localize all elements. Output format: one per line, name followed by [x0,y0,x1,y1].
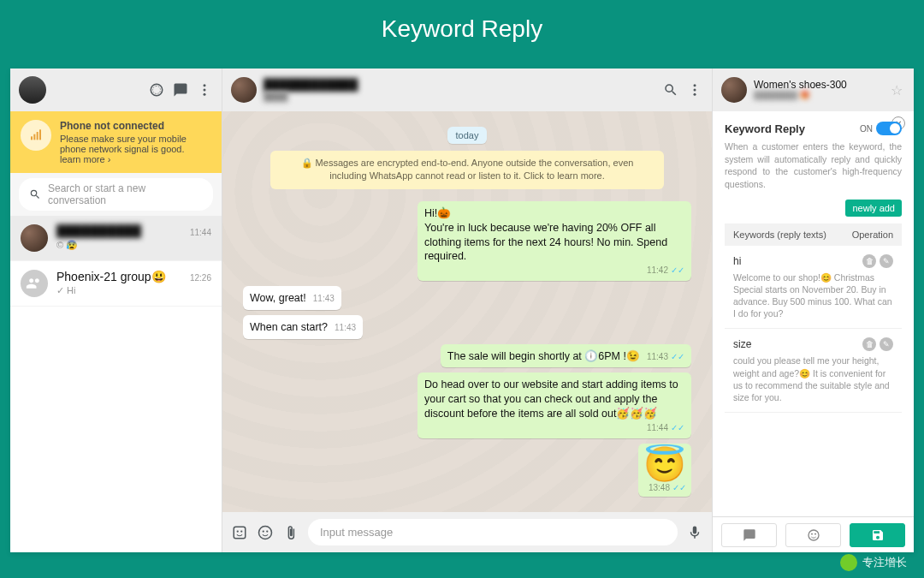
toggle-label: ON [860,124,873,134]
panel-desc: When a customer enters the keyword, the … [725,140,902,191]
svg-point-11 [237,530,239,532]
new-chat-icon[interactable] [172,81,189,98]
keyword-reply-text: Welcome to our shop!😊 Christmas Special … [733,271,893,320]
chat-item[interactable]: ██████████11:44 © 😰 [10,216,222,261]
chat-menu-icon[interactable] [686,81,703,98]
svg-rect-6 [39,129,41,140]
attach-icon[interactable] [282,524,299,541]
wechat-icon [840,554,857,571]
banner-title: Phone not connected [60,120,211,132]
svg-point-2 [204,93,206,96]
chat-time: 11:44 [190,228,211,237]
chat-time: 12:26 [190,273,211,283]
message-out[interactable]: Do head over to our website and start ad… [418,372,691,438]
banner-desc: Please make sure your mobile phone netwo… [60,134,211,154]
search-icon [29,188,41,200]
signal-icon [21,120,51,151]
emoji-icon[interactable] [257,524,274,541]
foot-emoji-button[interactable] [785,523,841,547]
right-header: Women's shoes-300 ████████ 🎁 ☆ [713,69,914,111]
svg-point-16 [808,530,819,540]
chat-input-bar: Input message [222,512,712,552]
shop-avatar[interactable] [721,77,747,103]
message-emoji[interactable]: 😇13:48✓✓ [638,444,691,498]
chat-avatar [21,224,48,252]
search-bar: Search or start a new conversation [10,173,222,216]
shop-sub: ████████ 🎁 [754,92,847,100]
chat-name: ██████████ [56,224,141,238]
svg-point-7 [694,84,696,86]
star-icon[interactable]: ☆ [888,81,905,98]
search-placeholder: Search or start a new conversation [48,182,203,206]
search-input[interactable]: Search or start a new conversation [19,178,213,211]
read-ticks-icon: ✓✓ [671,423,684,432]
shop-name: Women's shoes-300 [754,80,847,91]
svg-point-13 [259,526,272,539]
contact-name: ████████████ [264,79,358,91]
chat-preview: © 😰 [56,240,211,251]
mic-icon[interactable] [686,524,703,541]
svg-rect-3 [31,136,33,140]
chat-avatar [21,270,48,297]
svg-point-9 [694,93,696,96]
chat-preview: ✓ Hi [56,285,211,296]
svg-rect-10 [234,527,246,539]
chat-list: ██████████11:44 © 😰 Phoenix-21 group😃12:… [10,216,222,552]
chat-name: Phoenix-21 group😃 [56,270,166,283]
keyword-reply-panel: ✕ Keyword Reply ON When a customer enter… [713,111,914,516]
page-title: Keyword Reply [0,0,924,58]
app-window: Phone not connected Please make sure you… [10,69,914,552]
encryption-notice[interactable]: 🔒 Messages are encrypted end-to-end. Any… [270,151,664,189]
read-ticks-icon: ✓✓ [671,352,684,361]
keyword-text: hi [733,255,741,267]
banner-learn-more[interactable]: learn more › [60,154,110,164]
message-input[interactable]: Input message [308,519,678,545]
chat-header: ████████████ ████ [222,69,712,111]
chat-panel: ████████████ ████ today 🔒 Messages are e… [222,69,712,552]
keyword-reply-text: could you please tell me your height, we… [733,355,893,403]
svg-point-12 [240,530,242,532]
read-ticks-icon: ✓✓ [671,265,684,275]
foot-chat-button[interactable] [721,523,777,547]
connection-banner: Phone not connected Please make sure you… [10,111,222,173]
svg-point-15 [266,530,268,532]
keyword-item: hi 🗑 ✎ Welcome to our shop!😊 Christmas S… [725,246,902,330]
my-avatar[interactable] [19,76,46,104]
messages-area[interactable]: today 🔒 Messages are encrypted end-to-en… [222,111,712,512]
keyword-text: size [733,338,751,350]
svg-point-1 [204,89,206,92]
chat-item[interactable]: Phoenix-21 group😃12:26 ✓ Hi [10,261,222,307]
watermark: 专注增长 [840,554,907,571]
svg-point-8 [694,89,696,92]
sticker-icon[interactable] [231,524,248,541]
panel-title: Keyword Reply [725,122,805,135]
message-in[interactable]: When can start?11:43 [243,315,363,339]
delete-icon[interactable]: 🗑 [862,337,876,351]
add-button[interactable]: newly add [845,200,902,217]
keyword-item: size 🗑 ✎ could you please tell me your h… [725,329,902,413]
keyword-table-header: Keywords (reply texts) Operation [725,223,902,246]
edit-icon[interactable]: ✎ [880,337,893,351]
date-chip: today [243,127,691,142]
svg-point-14 [263,530,264,532]
svg-point-18 [814,533,815,534]
contact-status: ████ [264,92,358,101]
sidebar: Phone not connected Please make sure you… [10,69,222,552]
svg-rect-5 [37,132,38,140]
settings-panel: Women's shoes-300 ████████ 🎁 ☆ ✕ Keyword… [712,69,914,552]
menu-icon[interactable] [196,81,213,98]
edit-icon[interactable]: ✎ [880,254,893,268]
delete-icon[interactable]: 🗑 [862,254,876,268]
message-in[interactable]: Wow, great!11:43 [243,286,341,310]
svg-point-17 [811,533,812,534]
svg-rect-4 [33,134,35,140]
message-out[interactable]: Hi!🎃 You're in luck because we're having… [418,201,691,281]
message-out[interactable]: The sale will begin shortly at 🕕6PM !😉11… [441,344,691,368]
status-icon[interactable] [148,81,165,98]
right-footer [713,516,914,552]
search-chat-icon[interactable] [662,81,679,98]
toggle-switch[interactable] [876,122,902,135]
read-ticks-icon: ✓✓ [672,483,686,492]
contact-avatar[interactable] [231,77,257,103]
foot-save-button[interactable] [850,523,905,547]
